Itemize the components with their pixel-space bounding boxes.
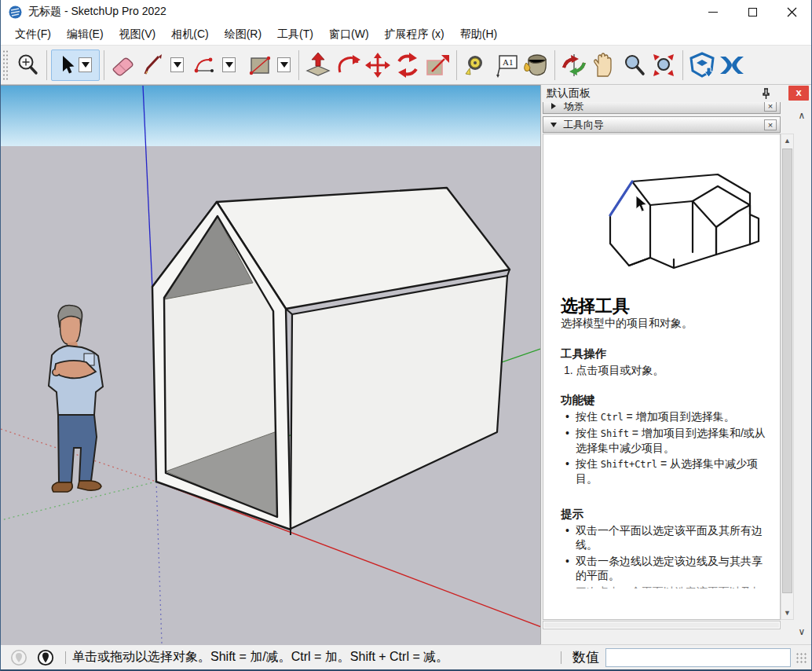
menu-window[interactable]: 窗口(W) <box>321 25 377 44</box>
geolocation-status-icon[interactable] <box>10 649 27 666</box>
pin-icon[interactable] <box>760 87 772 100</box>
sky <box>1 86 540 146</box>
maximize-icon <box>748 8 757 16</box>
chevron-down-icon <box>82 62 90 68</box>
follow-me-icon <box>334 52 362 79</box>
menu-file[interactable]: 文件(F) <box>7 25 59 44</box>
menu-tools[interactable]: 工具(T) <box>269 25 321 44</box>
chevron-down-icon <box>280 62 288 68</box>
scale-icon <box>424 53 451 78</box>
statusbar: 单击或拖动以选择对象。Shift = 加/减。Ctrl = 加。Shift + … <box>1 644 811 669</box>
panel-vertical-scrollbar[interactable]: ∧ ∨ <box>794 104 810 642</box>
zoom-window-tool-button[interactable] <box>13 50 42 81</box>
minimize-button[interactable] <box>693 0 733 24</box>
follow-me-tool-button[interactable] <box>333 50 363 81</box>
menu-draw[interactable]: 绘图(R) <box>217 25 269 44</box>
scroll-down-icon[interactable]: ▼ <box>781 609 793 617</box>
extension-warehouse-button[interactable] <box>717 50 747 81</box>
svg-text:A1: A1 <box>503 57 513 67</box>
eraser-icon <box>110 53 137 77</box>
zoom-icon <box>621 53 646 78</box>
toolbar-separator <box>456 50 457 80</box>
tip-item: 双击一条边线以选定该边线及与其共享的平面。 <box>561 554 769 583</box>
tape-measure-tool-button[interactable] <box>461 50 491 81</box>
rotate-tool-button[interactable] <box>393 50 422 81</box>
collapse-arrow-icon <box>550 123 557 127</box>
instructor-vertical-scrollbar[interactable]: ▲ ▼ <box>781 134 794 620</box>
zoom-extents-tool-button[interactable] <box>649 50 678 81</box>
rectangle-tool-button[interactable] <box>245 50 275 81</box>
operation-step: 1. 点击项目或对象。 <box>564 363 769 377</box>
maximize-button[interactable] <box>733 0 772 24</box>
scrollbar-thumb[interactable] <box>782 148 792 593</box>
pan-tool-button[interactable] <box>589 50 619 81</box>
window-resize-grip[interactable] <box>796 652 807 663</box>
section-instructor-label: 工具向导 <box>563 118 604 132</box>
instructor-house-illustration <box>598 166 768 280</box>
zoom-extents-icon <box>649 52 678 79</box>
tip-item: 双击一个平面以选定该平面及其所有边线。 <box>561 523 769 552</box>
statusbar-separator <box>65 651 66 664</box>
move-icon <box>364 52 392 79</box>
menu-extensions[interactable]: 扩展程序 (x) <box>377 25 452 44</box>
section-instructor-header[interactable]: 工具向导 <box>543 116 781 133</box>
menu-edit[interactable]: 编辑(E) <box>59 25 112 44</box>
toolbar: A1 <box>1 45 811 85</box>
select-tool-button[interactable] <box>51 50 100 81</box>
viewport-3d[interactable] <box>1 85 540 644</box>
toolbar-separator <box>298 50 299 80</box>
tape-measure-icon <box>463 53 489 78</box>
toolbar-separator <box>682 50 683 80</box>
menu-help[interactable]: 帮助(H) <box>452 25 505 44</box>
chevron-down-icon <box>225 62 233 68</box>
paint-bucket-tool-button[interactable] <box>521 50 550 81</box>
window-title: 无标题 - SketchUp Pro 2022 <box>28 5 166 19</box>
text-tool-button[interactable]: A1 <box>491 50 521 81</box>
section-instructor-close-button[interactable] <box>764 119 777 130</box>
section-scenes-close-button[interactable] <box>764 102 777 112</box>
select-tool-dropdown[interactable] <box>79 57 92 72</box>
scale-tool-button[interactable] <box>422 50 452 81</box>
tip-item-clipped: 三次点击一个平面以选定该平面以及与其相连的所有项目。 <box>561 585 769 588</box>
close-button[interactable] <box>772 0 811 24</box>
instructor-horizontal-scrollbar[interactable] <box>543 621 781 629</box>
instructor-content[interactable]: 选择工具 选择模型中的项目和对象。 工具操作 1. 点击项目或对象。 功能键 按… <box>543 134 781 620</box>
titlebar[interactable]: 无标题 - SketchUp Pro 2022 <box>1 0 811 24</box>
orbit-icon <box>560 52 588 79</box>
statusbar-separator <box>561 651 561 664</box>
eraser-tool-button[interactable] <box>108 50 138 81</box>
toolbar-grip[interactable] <box>2 50 9 81</box>
zoom-tool-button[interactable] <box>619 50 649 81</box>
instructor-description: 选择模型中的项目和对象。 <box>561 316 769 330</box>
minimize-icon <box>708 12 718 13</box>
section-scenes-clipped: 场景 <box>543 102 781 115</box>
menu-camera[interactable]: 相机(C) <box>163 25 216 44</box>
zoom-window-icon <box>14 52 41 79</box>
scroll-up-icon[interactable]: ∧ <box>794 110 810 121</box>
function-key-item: 按住 Shift+Ctrl = 从选择集中减少项目。 <box>561 456 769 486</box>
arc-tool-dropdown[interactable] <box>222 57 236 72</box>
measurements-input[interactable] <box>605 648 791 667</box>
scroll-up-icon[interactable]: ▲ <box>781 137 793 145</box>
arc-tool-button[interactable] <box>190 50 220 81</box>
close-icon <box>787 7 797 17</box>
line-tool-button[interactable] <box>138 50 168 81</box>
panel-close-button[interactable] <box>788 86 809 101</box>
paint-bucket-icon <box>521 52 550 79</box>
viewport-3d-scene <box>1 86 540 645</box>
panel-title: 默认面板 <box>547 86 591 101</box>
panel-titlebar[interactable]: 默认面板 <box>541 85 811 102</box>
move-tool-button[interactable] <box>363 50 393 81</box>
push-pull-tool-button[interactable] <box>303 50 333 81</box>
credits-status-icon[interactable] <box>37 649 54 666</box>
orbit-tool-button[interactable] <box>559 50 589 81</box>
3d-warehouse-button[interactable] <box>687 50 717 81</box>
menubar: 文件(F) 编辑(E) 视图(V) 相机(C) 绘图(R) 工具(T) 窗口(W… <box>1 24 811 45</box>
scroll-down-icon[interactable]: ∨ <box>794 626 810 637</box>
line-tool-dropdown[interactable] <box>170 57 184 72</box>
menu-view[interactable]: 视图(V) <box>112 25 164 44</box>
tips-title: 提示 <box>561 507 769 522</box>
scrollbar-thumb[interactable] <box>544 622 779 628</box>
rectangle-tool-dropdown[interactable] <box>277 57 291 72</box>
section-scenes-header[interactable]: 场景 <box>543 102 781 114</box>
